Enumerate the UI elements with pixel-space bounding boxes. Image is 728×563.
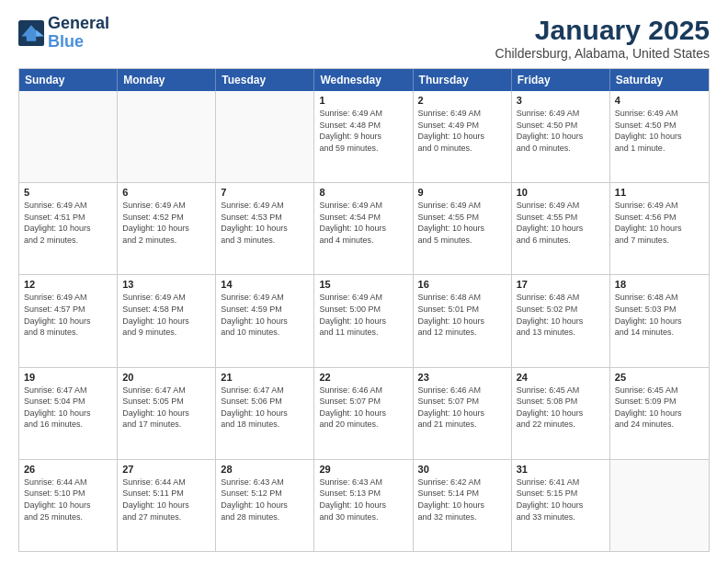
calendar-cell: 11Sunrise: 6:49 AM Sunset: 4:56 PM Dayli…	[610, 183, 709, 274]
day-info: Sunrise: 6:47 AM Sunset: 5:04 PM Dayligh…	[24, 385, 112, 431]
day-number: 6	[122, 187, 210, 198]
day-number: 30	[418, 464, 506, 475]
day-info: Sunrise: 6:49 AM Sunset: 4:50 PM Dayligh…	[615, 108, 704, 154]
day-number: 3	[517, 95, 605, 106]
day-number: 16	[418, 279, 506, 290]
calendar-week-row: 1Sunrise: 6:49 AM Sunset: 4:48 PM Daylig…	[19, 91, 709, 183]
subtitle: Childersburg, Alabama, United States	[495, 46, 710, 61]
calendar-week-row: 19Sunrise: 6:47 AM Sunset: 5:04 PM Dayli…	[19, 368, 709, 460]
calendar-week-row: 26Sunrise: 6:44 AM Sunset: 5:10 PM Dayli…	[19, 460, 709, 551]
calendar-cell: 10Sunrise: 6:49 AM Sunset: 4:55 PM Dayli…	[512, 183, 610, 274]
day-number: 21	[221, 372, 309, 383]
day-info: Sunrise: 6:49 AM Sunset: 4:49 PM Dayligh…	[418, 108, 506, 154]
calendar-cell: 3Sunrise: 6:49 AM Sunset: 4:50 PM Daylig…	[512, 91, 610, 182]
day-info: Sunrise: 6:45 AM Sunset: 5:08 PM Dayligh…	[517, 385, 605, 431]
day-number: 4	[615, 95, 704, 106]
day-info: Sunrise: 6:46 AM Sunset: 5:07 PM Dayligh…	[319, 385, 407, 431]
calendar-cell: 9Sunrise: 6:49 AM Sunset: 4:55 PM Daylig…	[414, 183, 512, 274]
day-info: Sunrise: 6:49 AM Sunset: 4:48 PM Dayligh…	[319, 108, 407, 154]
day-number: 7	[221, 187, 309, 198]
calendar-week-row: 5Sunrise: 6:49 AM Sunset: 4:51 PM Daylig…	[19, 183, 709, 275]
day-number: 29	[319, 464, 407, 475]
logo: General Blue	[18, 15, 109, 52]
day-number: 28	[221, 464, 309, 475]
main-title: January 2025	[495, 15, 710, 46]
weekday-header: Wednesday	[314, 69, 413, 91]
day-number: 2	[418, 95, 506, 106]
day-number: 26	[24, 464, 112, 475]
calendar-cell: 12Sunrise: 6:49 AM Sunset: 4:57 PM Dayli…	[19, 275, 118, 366]
day-number: 13	[122, 279, 210, 290]
calendar-week-row: 12Sunrise: 6:49 AM Sunset: 4:57 PM Dayli…	[19, 275, 709, 367]
calendar-header: SundayMondayTuesdayWednesdayThursdayFrid…	[19, 69, 709, 91]
day-number: 22	[319, 372, 407, 383]
day-info: Sunrise: 6:49 AM Sunset: 4:57 PM Dayligh…	[24, 292, 112, 338]
day-number: 25	[615, 372, 704, 383]
calendar-cell: 16Sunrise: 6:48 AM Sunset: 5:01 PM Dayli…	[414, 275, 512, 366]
day-info: Sunrise: 6:49 AM Sunset: 4:59 PM Dayligh…	[221, 292, 309, 338]
weekday-header: Friday	[512, 69, 610, 91]
day-info: Sunrise: 6:44 AM Sunset: 5:10 PM Dayligh…	[24, 477, 112, 523]
day-info: Sunrise: 6:49 AM Sunset: 4:55 PM Dayligh…	[517, 200, 605, 246]
day-info: Sunrise: 6:43 AM Sunset: 5:12 PM Dayligh…	[221, 477, 309, 523]
day-info: Sunrise: 6:47 AM Sunset: 5:05 PM Dayligh…	[122, 385, 210, 431]
day-info: Sunrise: 6:49 AM Sunset: 4:52 PM Dayligh…	[122, 200, 210, 246]
weekday-header: Tuesday	[216, 69, 314, 91]
calendar-cell: 30Sunrise: 6:42 AM Sunset: 5:14 PM Dayli…	[414, 460, 512, 551]
day-info: Sunrise: 6:48 AM Sunset: 5:03 PM Dayligh…	[615, 292, 704, 338]
calendar-cell: 6Sunrise: 6:49 AM Sunset: 4:52 PM Daylig…	[118, 183, 216, 274]
day-info: Sunrise: 6:48 AM Sunset: 5:01 PM Dayligh…	[418, 292, 506, 338]
calendar-cell: 18Sunrise: 6:48 AM Sunset: 5:03 PM Dayli…	[610, 275, 709, 366]
calendar-cell: 31Sunrise: 6:41 AM Sunset: 5:15 PM Dayli…	[512, 460, 610, 551]
day-number: 5	[24, 187, 112, 198]
day-info: Sunrise: 6:43 AM Sunset: 5:13 PM Dayligh…	[319, 477, 407, 523]
day-number: 31	[517, 464, 605, 475]
calendar-cell	[19, 91, 118, 182]
calendar-cell: 4Sunrise: 6:49 AM Sunset: 4:50 PM Daylig…	[610, 91, 709, 182]
calendar-cell: 22Sunrise: 6:46 AM Sunset: 5:07 PM Dayli…	[314, 368, 413, 459]
calendar-cell: 26Sunrise: 6:44 AM Sunset: 5:10 PM Dayli…	[19, 460, 118, 551]
calendar-cell	[610, 460, 709, 551]
day-number: 18	[615, 279, 704, 290]
calendar-cell: 24Sunrise: 6:45 AM Sunset: 5:08 PM Dayli…	[512, 368, 610, 459]
day-info: Sunrise: 6:48 AM Sunset: 5:02 PM Dayligh…	[517, 292, 605, 338]
weekday-header: Thursday	[414, 69, 512, 91]
day-info: Sunrise: 6:49 AM Sunset: 4:56 PM Dayligh…	[615, 200, 704, 246]
day-number: 9	[418, 187, 506, 198]
day-info: Sunrise: 6:42 AM Sunset: 5:14 PM Dayligh…	[418, 477, 506, 523]
day-number: 19	[24, 372, 112, 383]
calendar-cell	[118, 91, 216, 182]
calendar-cell: 1Sunrise: 6:49 AM Sunset: 4:48 PM Daylig…	[314, 91, 413, 182]
calendar-cell: 20Sunrise: 6:47 AM Sunset: 5:05 PM Dayli…	[118, 368, 216, 459]
calendar-cell	[216, 91, 314, 182]
calendar-cell: 19Sunrise: 6:47 AM Sunset: 5:04 PM Dayli…	[19, 368, 118, 459]
calendar-cell: 15Sunrise: 6:49 AM Sunset: 5:00 PM Dayli…	[314, 275, 413, 366]
day-number: 14	[221, 279, 309, 290]
day-number: 12	[24, 279, 112, 290]
weekday-header: Sunday	[19, 69, 118, 91]
title-block: January 2025 Childersburg, Alabama, Unit…	[495, 15, 710, 61]
day-info: Sunrise: 6:46 AM Sunset: 5:07 PM Dayligh…	[418, 385, 506, 431]
calendar-cell: 8Sunrise: 6:49 AM Sunset: 4:54 PM Daylig…	[314, 183, 413, 274]
calendar-cell: 5Sunrise: 6:49 AM Sunset: 4:51 PM Daylig…	[19, 183, 118, 274]
day-number: 27	[122, 464, 210, 475]
day-number: 10	[517, 187, 605, 198]
weekday-header: Saturday	[610, 69, 709, 91]
header: General Blue January 2025 Childersburg, …	[18, 15, 710, 61]
day-info: Sunrise: 6:49 AM Sunset: 5:00 PM Dayligh…	[319, 292, 407, 338]
day-info: Sunrise: 6:47 AM Sunset: 5:06 PM Dayligh…	[221, 385, 309, 431]
day-info: Sunrise: 6:49 AM Sunset: 4:51 PM Dayligh…	[24, 200, 112, 246]
calendar-cell: 14Sunrise: 6:49 AM Sunset: 4:59 PM Dayli…	[216, 275, 314, 366]
day-info: Sunrise: 6:44 AM Sunset: 5:11 PM Dayligh…	[122, 477, 210, 523]
day-info: Sunrise: 6:49 AM Sunset: 4:53 PM Dayligh…	[221, 200, 309, 246]
calendar-cell: 27Sunrise: 6:44 AM Sunset: 5:11 PM Dayli…	[118, 460, 216, 551]
logo-text: General Blue	[48, 15, 109, 52]
day-number: 1	[319, 95, 407, 106]
day-number: 20	[122, 372, 210, 383]
calendar-cell: 7Sunrise: 6:49 AM Sunset: 4:53 PM Daylig…	[216, 183, 314, 274]
day-info: Sunrise: 6:49 AM Sunset: 4:55 PM Dayligh…	[418, 200, 506, 246]
day-info: Sunrise: 6:49 AM Sunset: 4:58 PM Dayligh…	[122, 292, 210, 338]
day-number: 11	[615, 187, 704, 198]
page: General Blue January 2025 Childersburg, …	[0, 0, 728, 563]
calendar-cell: 23Sunrise: 6:46 AM Sunset: 5:07 PM Dayli…	[414, 368, 512, 459]
